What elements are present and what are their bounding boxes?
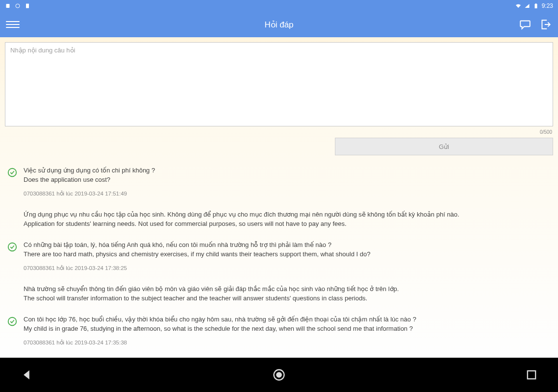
check-circle-icon [7,167,18,178]
svg-point-7 [8,318,17,326]
question-en: Does the application use cost? [24,175,550,185]
app-bar: Hỏi đáp [0,12,558,37]
battery-icon [533,3,539,9]
status-notif-icon-2 [15,3,21,9]
nav-back-button[interactable] [20,368,33,382]
svg-rect-3 [534,4,537,8]
question-vn: Có những bài tập toán, lý, hóa tiếng Anh… [24,241,550,250]
question-vn: Việc sử dụng ứng dụng có tốn chi phí khô… [24,166,550,175]
chat-icon[interactable] [519,18,532,31]
question-en: My child is in grade 76, studying in the… [24,324,550,334]
svg-point-9 [277,372,281,377]
question-vn: Con tôi học lớp 76, học buổi chiều, vậy … [24,315,550,324]
nav-recent-button[interactable] [525,368,538,382]
svg-point-5 [8,169,17,177]
signal-icon [524,3,530,9]
status-notif-icon-1 [5,3,11,9]
answer-en: The school will transfer information to … [24,294,550,303]
char-counter: 0/500 [0,128,558,138]
nav-home-button[interactable] [272,368,286,382]
question-input[interactable] [5,42,553,126]
status-bar: 9:23 [0,0,558,12]
question-meta: 0703088361 hỏi lúc 2019-03-24 17:38:25 [24,264,550,272]
question-meta: 0703088361 hỏi lúc 2019-03-24 17:51:49 [24,190,550,198]
question-en: There are too hard math, physics and che… [24,250,550,259]
menu-button[interactable] [6,18,20,31]
status-notif-icon-3 [25,3,30,9]
answer-en: Application for students' learning needs… [24,220,550,229]
qa-item: Có những bài tập toán, lý, hóa tiếng Anh… [0,236,558,310]
qa-item: Con tôi học lớp 76, học buổi chiều, vậy … [0,310,558,353]
answer-vn: Ứng dụng phục vụ nhu cầu học tập của học… [24,210,550,220]
status-time: 9:23 [542,2,553,9]
svg-point-6 [8,243,17,251]
answer-vn: Nhà trường sẽ chuyển thông tin đến giáo … [24,285,550,294]
page-title: Hỏi đáp [264,20,293,30]
qa-item: Việc sử dụng ứng dụng có tốn chi phí khô… [0,161,558,236]
check-circle-icon [7,242,18,252]
wifi-icon [515,3,521,9]
content-area: 0/500 Gửi Việc sử dụng ứng dụng có tốn c… [0,37,558,358]
question-meta: 0703088361 hỏi lúc 2019-03-24 17:35:38 [24,339,550,347]
system-nav-bar [0,358,558,392]
svg-rect-2 [26,4,29,8]
send-button[interactable]: Gửi [335,138,553,155]
svg-rect-4 [535,3,536,4]
qa-list[interactable]: Việc sử dụng ứng dụng có tốn chi phí khô… [0,158,558,358]
check-circle-icon [7,316,18,327]
svg-rect-0 [6,4,10,8]
exit-icon[interactable] [539,18,552,31]
svg-rect-10 [528,371,535,379]
svg-point-1 [16,4,20,8]
